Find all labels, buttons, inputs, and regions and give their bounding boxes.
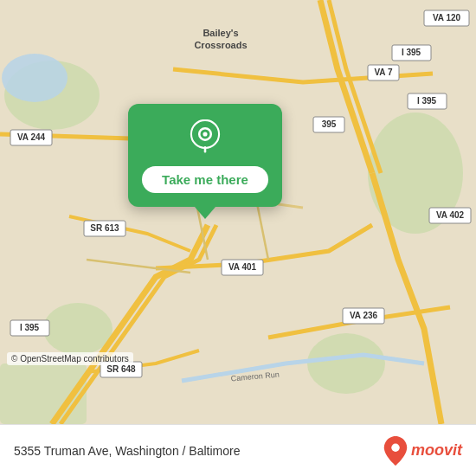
svg-text:I 395: I 395 <box>417 96 437 106</box>
svg-text:VA 402: VA 402 <box>436 210 465 220</box>
svg-text:395: 395 <box>322 119 337 129</box>
svg-text:SR 613: SR 613 <box>90 223 119 233</box>
svg-text:I 395: I 395 <box>20 323 40 332</box>
map-container: VA 120 VA 7 I 395 I 395 VA 402 395 VA 24… <box>0 0 476 424</box>
svg-point-37 <box>391 443 399 451</box>
location-pin-icon <box>186 119 224 158</box>
take-me-there-button[interactable]: Take me there <box>142 166 268 193</box>
svg-text:VA 7: VA 7 <box>374 68 393 77</box>
svg-point-3 <box>307 333 385 394</box>
svg-text:Bailey's: Bailey's <box>203 28 238 38</box>
svg-point-36 <box>203 132 207 136</box>
svg-text:VA 236: VA 236 <box>350 311 378 320</box>
svg-text:SR 648: SR 648 <box>106 364 136 374</box>
bottom-bar: 5355 Truman Ave, Washington / Baltimore … <box>0 424 476 476</box>
map-copyright: © OpenStreetMap contributors <box>7 352 133 365</box>
svg-text:Crossroads: Crossroads <box>194 40 247 50</box>
navigation-popup: Take me there <box>128 104 282 207</box>
address-label: 5355 Truman Ave, Washington / Baltimore <box>14 444 375 458</box>
svg-text:VA 120: VA 120 <box>433 13 461 23</box>
svg-text:VA 244: VA 244 <box>17 132 46 142</box>
svg-text:I 395: I 395 <box>402 48 421 57</box>
moovit-pin-icon <box>383 436 408 466</box>
moovit-brand-label: moovit <box>411 441 462 460</box>
svg-point-6 <box>2 54 68 102</box>
moovit-logo: moovit <box>383 436 462 466</box>
svg-text:VA 401: VA 401 <box>228 262 257 272</box>
svg-point-4 <box>43 303 113 355</box>
